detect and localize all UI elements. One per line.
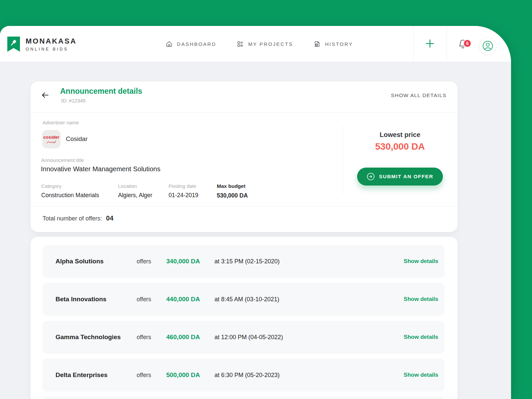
advertiser-name: Cosidar bbox=[66, 135, 87, 143]
show-details-link[interactable]: Show details bbox=[404, 334, 438, 340]
meta-max-budget: Max budget 530,000 DA bbox=[217, 183, 248, 199]
offer-price: 460,000 DA bbox=[166, 333, 214, 341]
offer-price: 440,000 DA bbox=[166, 296, 214, 303]
app-header: MONAKASA ONLINE BIDS DASHBOARD bbox=[0, 26, 511, 62]
nav-label: MY PROJECTS bbox=[248, 41, 293, 47]
offer-time: at 12:00 PM (04-05-2022) bbox=[214, 334, 404, 341]
header-divider bbox=[446, 26, 447, 62]
lowest-price-value: 530,000 DA bbox=[342, 141, 458, 152]
nav-label: DASHBOARD bbox=[177, 41, 216, 47]
offer-time: at 8:45 AM (03-10-2021) bbox=[214, 296, 404, 303]
plus-icon bbox=[424, 38, 436, 51]
brand-name: MONAKASA bbox=[26, 37, 77, 46]
monakasa-app: { "brand": { "name": "MONAKASA", "taglin… bbox=[0, 0, 532, 399]
advertiser-logo-text: cosider bbox=[43, 135, 59, 139]
submit-offer-label: SUBMIT AN OFFER bbox=[379, 174, 433, 180]
profile-button[interactable] bbox=[479, 38, 496, 55]
offer-price: 340,000 DA bbox=[166, 258, 214, 265]
show-details-link[interactable]: Show details bbox=[404, 372, 438, 378]
meta-value: Algiers, Alger bbox=[118, 192, 152, 199]
offer-company: Delta Enterprises bbox=[56, 371, 137, 379]
avatar-icon bbox=[482, 40, 494, 53]
announcement-title: Innovative Water Management Solutions bbox=[41, 165, 160, 173]
announcement-id: ID: #12345 bbox=[61, 98, 85, 103]
offer-verb: offers bbox=[137, 258, 166, 265]
offer-verb: offers bbox=[137, 334, 166, 341]
offer-row: Gamma Technologies offers 460,000 DA at … bbox=[43, 321, 445, 353]
offer-verb: offers bbox=[137, 372, 166, 379]
meta-value: 530,000 DA bbox=[217, 192, 248, 199]
offer-row: Beta Innovations offers 440,000 DA at 8:… bbox=[43, 283, 445, 316]
announcement-details-card: Announcement details ID: #12345 SHOW ALL… bbox=[31, 81, 458, 232]
advertiser-logo: cosider كوسيدار bbox=[42, 130, 61, 148]
lowest-price-panel: Lowest price 530,000 DA SUBMIT AN OFFER bbox=[342, 126, 458, 186]
meta-value: 01-24-2019 bbox=[169, 192, 199, 199]
offer-company: Beta Innovations bbox=[56, 296, 137, 303]
meta-label: Posting date bbox=[169, 183, 199, 189]
add-announcement-button[interactable] bbox=[413, 26, 446, 62]
total-offers-label: Total number of offers: bbox=[43, 215, 102, 222]
show-details-link[interactable]: Show details bbox=[404, 296, 438, 303]
section-divider bbox=[31, 112, 458, 113]
show-all-details-link[interactable]: SHOW ALL DETAILS bbox=[391, 92, 447, 98]
meta-value: Construction Materials bbox=[41, 192, 99, 199]
arrow-left-icon bbox=[40, 90, 50, 100]
meta-label: Category bbox=[41, 183, 99, 189]
offer-company: Alpha Solutions bbox=[56, 258, 137, 265]
nav-item-my-projects[interactable]: MY PROJECTS bbox=[237, 41, 293, 48]
offer-row: Alpha Solutions offers 340,000 DA at 3:1… bbox=[43, 245, 445, 278]
arrow-circle-icon bbox=[367, 173, 375, 181]
lowest-price-label: Lowest price bbox=[342, 131, 458, 139]
projects-icon bbox=[237, 41, 244, 48]
offer-time: at 3:15 PM (02-15-2020) bbox=[214, 258, 404, 265]
offer-price: 500,000 DA bbox=[166, 371, 214, 379]
meta-location: Location Algiers, Alger bbox=[118, 183, 152, 199]
notification-badge: 5 bbox=[463, 39, 471, 48]
meta-label: Location bbox=[118, 183, 152, 189]
brand-logo[interactable]: MONAKASA ONLINE BIDS bbox=[7, 26, 77, 62]
gavel-icon bbox=[10, 39, 18, 47]
nav-item-dashboard[interactable]: DASHBOARD bbox=[166, 41, 216, 48]
offer-row-partial bbox=[43, 397, 445, 399]
app-window: MONAKASA ONLINE BIDS DASHBOARD bbox=[0, 26, 511, 399]
brand-tagline: ONLINE BIDS bbox=[26, 47, 77, 52]
total-offers-row: Total number of offers: 04 bbox=[43, 214, 113, 222]
offer-company: Gamma Technologies bbox=[56, 333, 137, 341]
total-offers-count: 04 bbox=[106, 214, 113, 222]
offer-verb: offers bbox=[137, 296, 166, 303]
history-icon bbox=[314, 41, 321, 48]
offer-row: Delta Enterprises offers 500,000 DA at 6… bbox=[43, 359, 445, 391]
show-details-link[interactable]: Show details bbox=[404, 258, 438, 265]
meta-category: Category Construction Materials bbox=[41, 183, 99, 199]
page-title: Announcement details bbox=[60, 87, 142, 96]
advertiser-logo-arabic-text: كوسيدار bbox=[47, 140, 56, 143]
submit-offer-button[interactable]: SUBMIT AN OFFER bbox=[357, 168, 443, 186]
offers-list-card: Alpha Solutions offers 340,000 DA at 3:1… bbox=[31, 237, 458, 399]
announcement-title-label: Announcement title bbox=[41, 157, 84, 163]
main-nav: DASHBOARD MY PROJECTS bbox=[166, 26, 353, 62]
meta-posting-date: Posting date 01-24-2019 bbox=[169, 183, 199, 199]
advertiser-label: Advertiser name bbox=[43, 120, 79, 125]
nav-label: HISTORY bbox=[325, 41, 353, 47]
gavel-bookmark-icon bbox=[7, 37, 20, 52]
meta-label: Max budget bbox=[217, 183, 248, 189]
offer-time: at 6:30 PM (05-20-2023) bbox=[214, 372, 404, 379]
back-button[interactable] bbox=[40, 90, 50, 100]
home-icon bbox=[166, 41, 173, 48]
nav-item-history[interactable]: HISTORY bbox=[314, 41, 353, 48]
section-divider bbox=[31, 206, 458, 206]
